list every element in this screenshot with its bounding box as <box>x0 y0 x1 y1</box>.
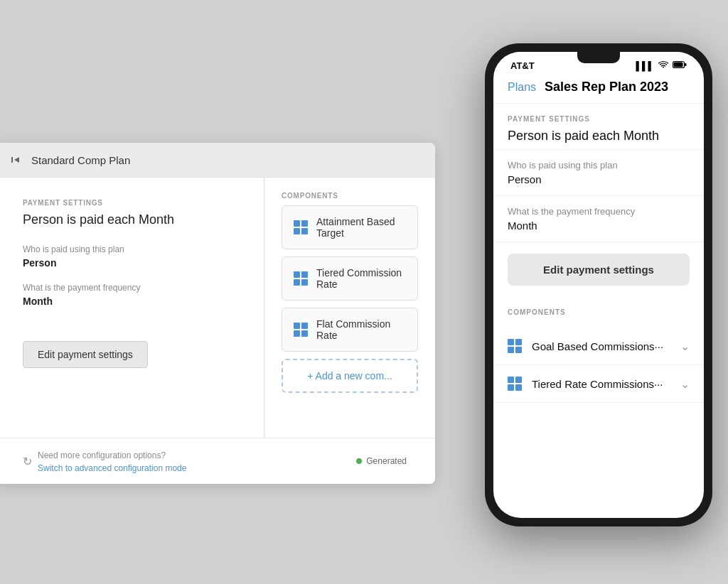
who-paid-label: Who is paid using this plan <box>23 244 235 254</box>
frequency-value: Month <box>23 296 235 307</box>
who-paid-value: Person <box>23 257 235 269</box>
phone-payment-title: Person is paid each Month <box>508 129 690 144</box>
frequency-group: What is the payment frequency Month <box>23 283 235 307</box>
desktop-title: Standard Comp Plan <box>31 154 130 166</box>
phone-content: PAYMENT SETTINGS Person is paid each Mon… <box>493 104 704 518</box>
chevron-down-icon-2: ⌄ <box>680 377 690 391</box>
phone-edit-payment-button[interactable]: Edit payment settings <box>508 254 690 286</box>
status-bar: AT&T ▌▌▌ <box>493 52 704 74</box>
payment-settings-label: PAYMENT SETTINGS <box>23 199 235 207</box>
phone-page-title: Sales Rep Plan 2023 <box>545 80 668 94</box>
component-item[interactable]: Attainment Based Target <box>282 205 418 249</box>
phone-payment-section: PAYMENT SETTINGS Person is paid each Mon… <box>493 104 704 149</box>
component-item[interactable]: Tiered Commission Rate <box>282 256 418 301</box>
config-icon: ↻ <box>23 455 32 468</box>
footer-help: ↻ Need more configuration options? Switc… <box>23 448 186 474</box>
phone-nav: Plans Sales Rep Plan 2023 <box>493 74 704 104</box>
grid-icon-3 <box>294 323 308 337</box>
phone-grid-icon-1 <box>508 339 522 353</box>
signal-icon: ▌▌▌ <box>636 61 654 71</box>
phone-who-paid-field: Who is paid using this plan Person <box>493 150 704 196</box>
component-label-1: Attainment Based Target <box>316 216 406 239</box>
desktop-header: Standard Comp Plan <box>0 143 435 178</box>
generated-dot <box>356 458 362 464</box>
chevron-down-icon-1: ⌄ <box>680 340 690 353</box>
component-label-3: Flat Commission Rate <box>316 318 406 341</box>
footer-help-text: Need more configuration options? <box>38 450 166 460</box>
phone-payment-settings-label: PAYMENT SETTINGS <box>508 115 690 123</box>
battery-icon <box>673 60 687 71</box>
collapse-icon[interactable] <box>9 153 23 167</box>
phone-component-label-2: Tiered Rate Commissions··· <box>532 378 663 390</box>
phone-device: AT&T ▌▌▌ <box>485 43 712 526</box>
phone-component-label-1: Goal Based Commissions··· <box>532 340 663 352</box>
component-item[interactable]: Flat Commission Rate <box>282 308 418 352</box>
payment-title: Person is paid each Month <box>23 212 235 227</box>
phone-notch <box>577 52 620 63</box>
phone-grid-icon-2 <box>508 377 522 391</box>
frequency-label: What is the payment frequency <box>23 283 235 293</box>
grid-icon-1 <box>294 220 308 234</box>
phone-who-paid-label: Who is paid using this plan <box>508 160 690 171</box>
phone-component-left-1: Goal Based Commissions··· <box>508 339 663 353</box>
generated-text: Generated <box>366 456 407 466</box>
phone-components-label: COMPONENTS <box>508 308 690 316</box>
wifi-icon <box>658 60 668 71</box>
desktop-footer: ↻ Need more configuration options? Switc… <box>0 438 435 484</box>
phone-frequency-value: Month <box>508 220 690 232</box>
desktop-panel: Standard Comp Plan PAYMENT SETTINGS Pers… <box>0 143 435 484</box>
phone-component-item-2[interactable]: Tiered Rate Commissions··· ⌄ <box>493 365 704 403</box>
who-paid-group: Who is paid using this plan Person <box>23 244 235 269</box>
phone-component-item-1[interactable]: Goal Based Commissions··· ⌄ <box>493 328 704 365</box>
phone-frequency-field: What is the payment frequency Month <box>493 196 704 242</box>
component-label-2: Tiered Commission Rate <box>316 267 406 290</box>
back-nav-link[interactable]: Plans <box>508 81 536 94</box>
phone-who-paid-value: Person <box>508 173 690 185</box>
phone-screen: AT&T ▌▌▌ <box>493 52 704 518</box>
phone-component-left-2: Tiered Rate Commissions··· <box>508 377 663 391</box>
generated-badge: Generated <box>356 456 407 466</box>
phone-frequency-label: What is the payment frequency <box>508 206 690 217</box>
svg-rect-0 <box>11 157 13 163</box>
add-new-component-button[interactable]: + Add a new com... <box>282 359 418 393</box>
components-label: COMPONENTS <box>282 192 418 200</box>
grid-icon-2 <box>294 271 308 286</box>
phone-components-section: COMPONENTS <box>493 297 704 328</box>
carrier-label: AT&T <box>510 60 535 71</box>
edit-payment-settings-button[interactable]: Edit payment settings <box>23 341 148 368</box>
advanced-mode-link[interactable]: Switch to advanced configuration mode <box>38 463 186 473</box>
svg-rect-3 <box>674 63 683 67</box>
svg-rect-2 <box>685 63 687 66</box>
status-icons: ▌▌▌ <box>636 60 687 71</box>
